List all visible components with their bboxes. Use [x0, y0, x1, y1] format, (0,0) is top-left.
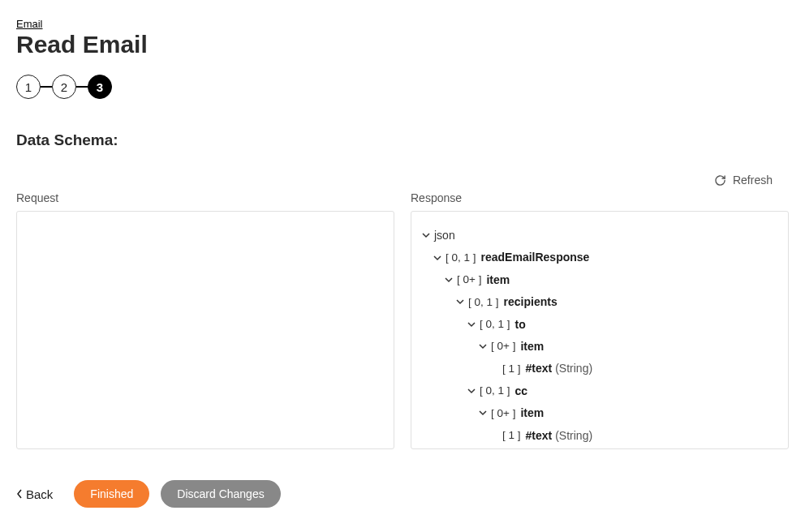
tree-node-text[interactable]: [ 1 ] #text (String) — [421, 427, 778, 444]
cardinality: [ 0, 1 ] — [468, 448, 499, 449]
back-label: Back — [26, 487, 53, 501]
tree-node-item[interactable]: [ 0+ ] item — [421, 337, 778, 355]
node-type: (String) — [557, 448, 594, 449]
node-type: (String) — [555, 359, 592, 377]
tree-node-json[interactable]: json — [421, 226, 778, 244]
chevron-down-icon[interactable] — [455, 298, 465, 306]
section-heading: Data Schema: — [16, 131, 789, 149]
chevron-down-icon[interactable] — [478, 342, 488, 350]
chevron-down-icon[interactable] — [467, 320, 476, 328]
chevron-down-icon[interactable] — [421, 231, 431, 239]
step-connector — [41, 86, 52, 88]
chevron-down-icon[interactable] — [433, 254, 442, 262]
response-label: Response — [411, 191, 789, 204]
cardinality: [ 0+ ] — [491, 405, 515, 423]
cardinality: [ 0+ ] — [491, 337, 515, 355]
tree-node-readEmailResponse[interactable]: [ 0, 1 ] readEmailResponse — [421, 248, 778, 266]
node-type: (String) — [555, 427, 592, 444]
node-name: dateTime — [504, 448, 553, 449]
cardinality: [ 0, 1 ] — [480, 315, 510, 333]
node-name: recipients — [504, 293, 557, 311]
finished-button[interactable]: Finished — [74, 480, 149, 508]
response-column: Response json [ 0, 1 ] readEmailResponse — [411, 191, 789, 449]
step-3[interactable]: 3 — [88, 75, 112, 99]
cardinality: [ 1 ] — [502, 360, 521, 378]
tree-node-dateTime[interactable]: [ 0, 1 ] dateTime (String) — [421, 448, 778, 449]
node-name: cc — [515, 382, 528, 400]
tree-node-cc[interactable]: [ 0, 1 ] cc — [421, 382, 778, 400]
cardinality: [ 0+ ] — [457, 271, 481, 289]
back-button[interactable]: Back — [16, 487, 53, 501]
schema-tree: json [ 0, 1 ] readEmailResponse [ 0+ ] i… — [411, 212, 788, 449]
chevron-down-icon[interactable] — [444, 276, 454, 284]
request-schema-box[interactable] — [16, 211, 394, 449]
chevron-down-icon[interactable] — [467, 387, 476, 395]
request-label: Request — [16, 191, 394, 204]
tree-node-item[interactable]: [ 0+ ] item — [421, 271, 778, 289]
node-name: item — [520, 404, 544, 422]
node-name: item — [520, 337, 544, 355]
cardinality: [ 0, 1 ] — [446, 249, 476, 267]
cardinality: [ 1 ] — [502, 427, 521, 444]
tree-node-item[interactable]: [ 0+ ] item — [421, 404, 778, 422]
step-2[interactable]: 2 — [52, 75, 76, 99]
tree-node-to[interactable]: [ 0, 1 ] to — [421, 315, 778, 333]
node-name: to — [515, 315, 526, 333]
step-1[interactable]: 1 — [16, 75, 41, 99]
request-column: Request — [16, 191, 394, 449]
node-name: json — [434, 226, 455, 244]
breadcrumb[interactable]: Email — [16, 18, 43, 30]
node-name: item — [486, 271, 510, 289]
response-schema-box[interactable]: json [ 0, 1 ] readEmailResponse [ 0+ ] i… — [411, 211, 789, 449]
node-name: readEmailResponse — [481, 248, 590, 266]
discard-button[interactable]: Discard Changes — [161, 480, 280, 508]
tree-node-text[interactable]: [ 1 ] #text (String) — [421, 359, 778, 377]
tree-node-recipients[interactable]: [ 0, 1 ] recipients — [421, 293, 778, 311]
refresh-button[interactable]: Refresh — [714, 174, 789, 187]
cardinality: [ 0, 1 ] — [480, 382, 510, 400]
step-connector — [76, 86, 88, 88]
stepper: 1 2 3 — [16, 75, 789, 99]
footer-actions: Back Finished Discard Changes — [16, 480, 789, 508]
refresh-icon — [714, 174, 726, 187]
node-name: #text — [526, 427, 553, 444]
refresh-label: Refresh — [733, 174, 773, 187]
page-title: Read Email — [16, 31, 789, 58]
node-name: #text — [526, 359, 553, 377]
chevron-left-icon — [16, 489, 23, 499]
cardinality: [ 0, 1 ] — [468, 294, 499, 311]
chevron-down-icon[interactable] — [478, 409, 488, 417]
